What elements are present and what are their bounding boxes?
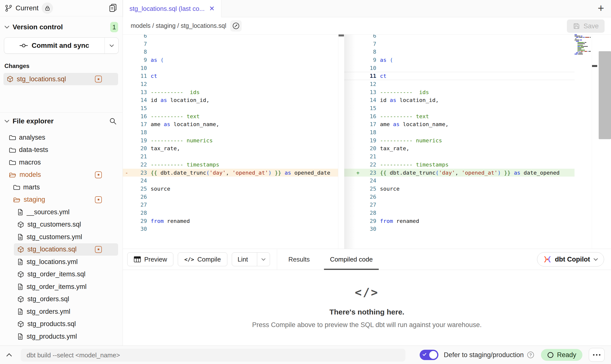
- tree-item-macros[interactable]: macros: [5, 156, 118, 169]
- code-line-9[interactable]: 9as (: [344, 56, 575, 64]
- code-line-25[interactable]: 25source: [123, 185, 338, 193]
- tree-item-stg-order-items-sql[interactable]: stg_order_items.sql: [14, 268, 118, 281]
- code-line-29[interactable]: 29from renamed: [344, 217, 575, 225]
- save-button[interactable]: Save: [567, 19, 605, 33]
- version-control-header[interactable]: Version control 1: [0, 20, 123, 34]
- diff-editor[interactable]: 6789as (1011ct1213---------- ids14id as …: [123, 34, 611, 249]
- help-icon[interactable]: ?: [527, 351, 535, 359]
- code-line-22[interactable]: 22---------- timestamps: [123, 161, 338, 169]
- new-tab-button[interactable]: +: [598, 2, 604, 14]
- tree-item--sources-yml[interactable]: __sources.yml: [14, 206, 118, 218]
- code-line-27[interactable]: 27: [123, 201, 338, 209]
- tree-item-analyses[interactable]: analyses: [5, 131, 118, 144]
- tab-compiled-code[interactable]: Compiled code: [321, 249, 381, 270]
- code-line-17[interactable]: 17ame as location_name,: [123, 120, 338, 129]
- tree-item-stg-orders-yml[interactable]: stg_orders.yml: [14, 305, 118, 318]
- code-line-11[interactable]: 11ct: [344, 72, 575, 80]
- code-line-20[interactable]: 20tax_rate,: [344, 145, 575, 153]
- code-line-10[interactable]: 10: [344, 64, 575, 72]
- code-line-23[interactable]: -23{{ dbt.date_trunc('day', 'opened_at')…: [123, 169, 338, 177]
- copy-icon[interactable]: [108, 3, 118, 13]
- code-line-6[interactable]: 6: [123, 34, 338, 40]
- tree-item-stg-order-items-yml[interactable]: stg_order_items.yml: [14, 281, 118, 293]
- status-badge[interactable]: Ready: [541, 349, 582, 361]
- close-icon[interactable]: ✕: [209, 5, 215, 12]
- code-line-30[interactable]: 30: [344, 225, 575, 233]
- code-line-10[interactable]: 10: [123, 64, 338, 72]
- code-line-18[interactable]: 18: [123, 128, 338, 136]
- code-line-13[interactable]: 13---------- ids: [344, 88, 575, 96]
- code-line-20[interactable]: 20tax_rate,: [123, 145, 338, 153]
- tree-item-data-tests[interactable]: data-tests: [5, 144, 118, 156]
- code-line-21[interactable]: 21: [123, 152, 338, 161]
- code-line-28[interactable]: 28: [344, 209, 575, 217]
- code-line-9[interactable]: 9as (: [123, 56, 338, 64]
- code-line-26[interactable]: 26: [123, 193, 338, 201]
- tab-results[interactable]: Results: [280, 249, 319, 270]
- tree-item-stg-orders-sql[interactable]: stg_orders.sql: [14, 293, 118, 306]
- left-pane-scrollbar[interactable]: [338, 34, 344, 249]
- compile-button[interactable]: </> Compile: [178, 252, 227, 266]
- minimap[interactable]: [575, 34, 591, 249]
- code-line-6[interactable]: 6: [344, 34, 575, 40]
- command-input[interactable]: dbt build --select <model_name>: [21, 349, 405, 362]
- code-line-13[interactable]: 13---------- ids: [123, 88, 338, 96]
- editor-scrollbar[interactable]: [598, 34, 611, 249]
- code-line-11[interactable]: 11ct: [123, 72, 338, 80]
- code-line-24[interactable]: 24: [123, 177, 338, 185]
- code-line-14[interactable]: 14id as location_id,: [123, 96, 338, 104]
- code-line-27[interactable]: 27: [344, 201, 575, 209]
- dbt-copilot-button[interactable]: dbt Copilot: [537, 252, 604, 266]
- lint-dropdown[interactable]: [257, 253, 270, 266]
- code-line-28[interactable]: 28: [123, 209, 338, 217]
- tab-stg-locations[interactable]: stg_locations.sql (last co... ✕: [123, 0, 221, 17]
- chevron-up-icon[interactable]: [0, 353, 18, 357]
- code-line-14[interactable]: 14id as location_id,: [344, 96, 575, 104]
- code-line-22[interactable]: 22---------- timestamps: [344, 161, 575, 169]
- code-line-23[interactable]: +23{{ dbt.date_trunc('day', 'opened_at')…: [344, 169, 575, 177]
- code-line-12[interactable]: 12: [344, 80, 575, 88]
- code-line-12[interactable]: 12: [123, 80, 338, 88]
- lint-button[interactable]: Lint: [232, 252, 270, 266]
- code-line-8[interactable]: 8: [123, 48, 338, 56]
- code-line-19[interactable]: 19---------- numerics: [123, 136, 338, 145]
- code-line-16[interactable]: 16---------- text: [344, 112, 575, 120]
- commit-options-dropdown[interactable]: [105, 38, 118, 53]
- tree-item-stg-customers-sql[interactable]: stg_customers.sql: [14, 218, 118, 231]
- code-line-7[interactable]: 7: [123, 40, 338, 48]
- scrollbar-thumb[interactable]: [339, 34, 344, 36]
- tree-item-staging[interactable]: staging: [10, 194, 118, 206]
- compass-button[interactable]: [230, 20, 242, 32]
- preview-button[interactable]: Preview: [127, 252, 173, 266]
- code-line-15[interactable]: 15: [123, 104, 338, 112]
- code-line-15[interactable]: 15: [344, 104, 575, 112]
- code-line-7[interactable]: 7: [344, 40, 575, 48]
- code-line-25[interactable]: 25source: [344, 185, 575, 193]
- diff-pane-original[interactable]: 6789as (1011ct1213---------- ids14id as …: [123, 34, 338, 249]
- code-line-17[interactable]: 17ame as location_name,: [344, 120, 575, 129]
- tree-item-stg-locations-sql[interactable]: stg_locations.sql: [14, 243, 118, 256]
- tree-item-marts[interactable]: marts: [10, 181, 118, 194]
- changed-file-stg-locations[interactable]: stg_locations.sql: [3, 73, 118, 85]
- code-line-8[interactable]: 8: [344, 48, 575, 56]
- code-line-16[interactable]: 16---------- text: [123, 112, 338, 120]
- tree-item-stg-products-sql[interactable]: stg_products.sql: [14, 318, 118, 331]
- file-explorer-header[interactable]: File explorer: [0, 114, 123, 128]
- code-line-30[interactable]: 30: [123, 225, 338, 233]
- code-line-26[interactable]: 26: [344, 193, 575, 201]
- tree-item-stg-products-yml[interactable]: stg_products.yml: [14, 330, 118, 343]
- code-line-24[interactable]: 24: [344, 177, 575, 185]
- code-line-21[interactable]: 21: [344, 152, 575, 161]
- tree-item-stg-customers-yml[interactable]: stg_customers.yml: [14, 231, 118, 243]
- commit-and-sync-button[interactable]: Commit and sync: [4, 37, 119, 54]
- more-options-button[interactable]: [589, 348, 605, 362]
- scrollbar-thumb[interactable]: [599, 51, 611, 139]
- code-line-18[interactable]: 18: [344, 128, 575, 136]
- tree-item-stg-locations-yml[interactable]: stg_locations.yml: [14, 256, 118, 268]
- defer-toggle[interactable]: [420, 350, 438, 360]
- diff-pane-modified[interactable]: 6789as (1011ct1213---------- ids14id as …: [344, 34, 575, 249]
- tree-item-models[interactable]: models: [5, 169, 118, 181]
- code-line-19[interactable]: 19---------- numerics: [344, 136, 575, 145]
- search-icon[interactable]: [109, 117, 117, 125]
- code-line-29[interactable]: 29from renamed: [123, 217, 338, 225]
